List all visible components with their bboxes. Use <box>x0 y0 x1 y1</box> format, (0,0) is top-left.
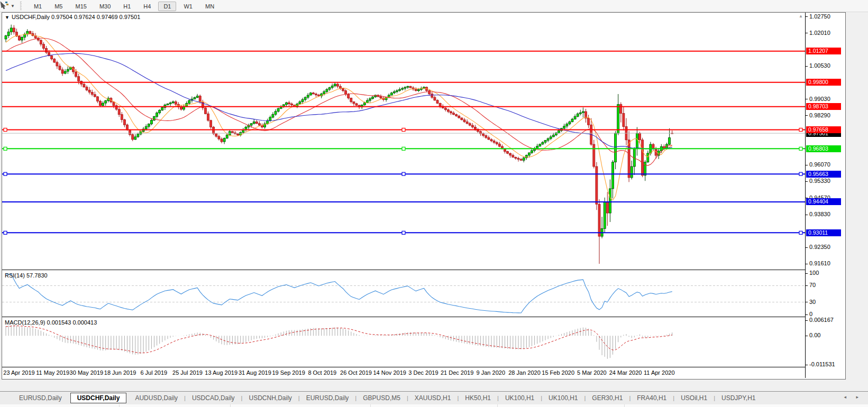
price-tick-mark <box>806 33 808 33</box>
price-axis[interactable]: 1.027501.020101.005300.990300.982900.960… <box>805 13 845 378</box>
price-tick-label: 1.02750 <box>809 13 830 20</box>
rsi-label: RSI(14) 57.7830 <box>5 272 48 279</box>
hline-handle[interactable] <box>402 231 405 234</box>
price-tick-mark <box>806 264 808 264</box>
tab-separator: | <box>241 395 243 401</box>
hline-price-label-0.97658: 0.97658 <box>806 126 841 133</box>
hline-handle[interactable] <box>402 128 405 131</box>
time-axis-label: 5 Mar 2020 <box>577 369 607 376</box>
rsi-tick-mark <box>806 302 808 302</box>
chart-tab-bar: EURUSD,DailyUSDCHF,DailyAUDUSD,Daily|USD… <box>0 391 868 404</box>
chart-tab-EURUSD-Daily[interactable]: EURUSD,Daily <box>14 393 67 403</box>
main-chart-canvas[interactable] <box>2 13 805 270</box>
price-tick-mark <box>806 165 808 165</box>
rsi-tick-mark <box>806 285 808 286</box>
chart-tab-USDJPY-H1[interactable]: USDJPY,H1 <box>716 393 761 403</box>
timeframe-button-M15[interactable]: M15 <box>70 2 92 11</box>
hline-handle[interactable] <box>4 172 7 175</box>
chart-tab-GER30-H1[interactable]: GER30,H1 <box>587 393 628 403</box>
tab-separator: | <box>184 395 186 401</box>
hline-handle[interactable] <box>799 231 802 234</box>
rsi-line <box>6 274 672 313</box>
status-divider <box>370 404 371 407</box>
macd-tick-mark <box>806 320 808 321</box>
status-divider <box>230 404 231 407</box>
hline-handle[interactable] <box>4 128 7 131</box>
hline-price-label-0.99800: 0.99800 <box>806 79 841 86</box>
chart-tab-GBPUSD-M5[interactable]: GBPUSD,M5 <box>358 393 406 403</box>
chart-tab-FRA40-H1[interactable]: FRA40,H1 <box>632 393 672 403</box>
hline-handle[interactable] <box>402 172 405 175</box>
chart-tab-USDCNH-Daily[interactable]: USDCNH,Daily <box>243 393 297 403</box>
plot-column: ▼USDCHF,Daily 0.97504 0.97624 0.97469 0.… <box>2 13 805 378</box>
chart-tab-USDCHF-Daily[interactable]: USDCHF,Daily <box>70 393 127 403</box>
price-tick-mark <box>806 115 808 116</box>
hline-price-label-1.01207: 1.01207 <box>806 48 841 54</box>
tab-separator: | <box>673 395 674 401</box>
time-axis-label: 30 May 2019 <box>70 369 104 376</box>
price-tick-label: 0.95330 <box>809 178 830 184</box>
hline-handle[interactable] <box>402 147 405 150</box>
hline-handle[interactable] <box>4 231 7 234</box>
time-axis-label: 11 Apr 2020 <box>644 369 675 376</box>
status-strip <box>0 404 868 407</box>
chart-tab-UK100-H1[interactable]: UK100,H1 <box>543 393 583 403</box>
time-axis[interactable]: 23 Apr 201911 May 201930 May 201918 Jun … <box>2 367 805 378</box>
chart-tab-XAUUSD-H1[interactable]: XAUUSD,H1 <box>409 393 456 403</box>
rsi-tick-label: 100 <box>809 270 819 276</box>
price-tick-mark <box>806 181 808 182</box>
tab-scroll-arrows[interactable]: ◂ ▸ <box>844 394 863 400</box>
chart-window: ▼USDCHF,Daily 0.97504 0.97624 0.97469 0.… <box>2 12 846 380</box>
scroll-to-end-icon[interactable]: ▲ <box>799 14 803 18</box>
tool-dropdown-icon[interactable]: ▼ <box>11 4 15 8</box>
time-axis-label: 14 Nov 2019 <box>373 369 406 376</box>
time-axis-label: 26 Oct 2019 <box>340 369 372 376</box>
chart-dropdown-icon[interactable]: ▼ <box>5 15 10 20</box>
tab-separator: | <box>629 395 631 401</box>
chart-tab-USDCAD-Daily[interactable]: USDCAD,Daily <box>187 393 240 403</box>
timeframe-button-M1[interactable]: M1 <box>29 2 47 11</box>
rsi-tick-mark <box>806 314 808 315</box>
timeframe-button-M30[interactable]: M30 <box>94 2 116 11</box>
macd-tick-label: -0.011531 <box>809 361 835 367</box>
time-axis-label: 9 Jan 2020 <box>477 369 505 376</box>
price-tick-label: 1.00530 <box>809 62 830 69</box>
chart-tab-UK100-H1[interactable]: UK100,H1 <box>500 393 540 403</box>
chart-tab-USOil-H1[interactable]: USOil,H1 <box>675 393 712 403</box>
price-tick-mark <box>806 99 808 99</box>
timeframe-button-D1[interactable]: D1 <box>158 2 176 11</box>
timeframe-button-H4[interactable]: H4 <box>138 2 156 11</box>
timeframe-button-W1[interactable]: W1 <box>178 2 198 11</box>
hline-handle[interactable] <box>799 172 802 175</box>
time-axis-label: 28 Jan 2020 <box>508 369 541 376</box>
drawing-tool-icon[interactable] <box>0 1 9 12</box>
rsi-panel[interactable]: RSI(14) 57.7830 <box>2 271 805 317</box>
price-tick-label: 0.91610 <box>809 260 830 266</box>
toolbar-drag-handle[interactable] <box>20 2 23 10</box>
price-tick-label: 1.02010 <box>809 30 830 36</box>
time-axis-label: 25 Jul 2019 <box>172 369 203 376</box>
macd-tick-label: 0.006167 <box>809 317 834 323</box>
hline-handle[interactable] <box>799 147 802 150</box>
chart-title-text: USDCHF,Daily 0.97504 0.97624 0.97469 0.9… <box>12 14 140 20</box>
chart-tab-EURUSD-Daily[interactable]: EURUSD,Daily <box>301 393 354 403</box>
rsi-canvas <box>2 271 805 317</box>
macd-panel[interactable]: MACD(12,26,9) 0.001543 0.000413 <box>2 318 805 367</box>
timeframe-button-H1[interactable]: H1 <box>118 2 136 11</box>
chart-tab-HK50-H1[interactable]: HK50,H1 <box>460 393 496 403</box>
hline-price-label-0.98703: 0.98703 <box>806 103 841 110</box>
price-tick-label: 0.99030 <box>809 96 830 102</box>
hline-handle[interactable] <box>799 128 802 131</box>
main-chart-panel[interactable]: ▼USDCHF,Daily 0.97504 0.97624 0.97469 0.… <box>2 13 805 270</box>
price-tick-mark <box>806 215 808 215</box>
time-axis-label: 18 Jun 2019 <box>104 369 136 376</box>
rsi-tick-label: 30 <box>809 299 816 305</box>
chart-tab-AUDUSD-Daily[interactable]: AUDUSD,Daily <box>130 393 183 403</box>
tab-separator: | <box>298 395 300 401</box>
timeframe-button-M5[interactable]: M5 <box>49 2 68 11</box>
rsi-tick-mark <box>806 273 808 274</box>
timeframe-button-MN[interactable]: MN <box>200 2 220 11</box>
macd-tick-mark <box>806 365 808 365</box>
hline-handle[interactable] <box>4 147 7 150</box>
macd-tick-mark <box>806 336 808 336</box>
